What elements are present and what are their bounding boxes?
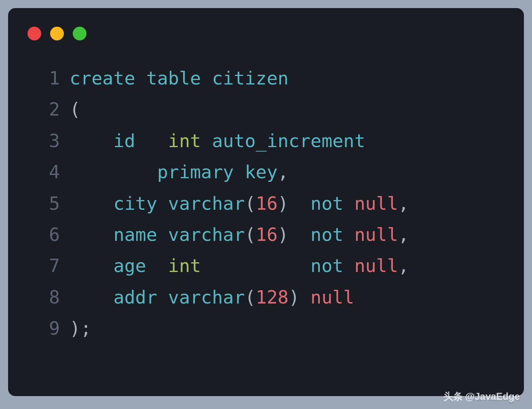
code-token bbox=[289, 193, 310, 214]
code-token: city bbox=[113, 193, 157, 214]
close-icon[interactable] bbox=[27, 27, 41, 40]
code-token bbox=[70, 255, 113, 276]
code-token: ) bbox=[70, 318, 80, 339]
line-number: 8 bbox=[40, 282, 60, 313]
line-number: 9 bbox=[40, 313, 60, 344]
code-line: 8 addr varchar(128) null bbox=[40, 282, 508, 313]
line-content: create table citizen bbox=[70, 63, 289, 94]
code-line: 1create table citizen bbox=[40, 63, 508, 94]
code-token: 16 bbox=[256, 193, 278, 214]
code-token: auto_increment bbox=[212, 130, 365, 152]
code-token bbox=[146, 255, 168, 276]
code-token bbox=[234, 161, 245, 183]
code-token: null bbox=[354, 255, 398, 276]
code-token: not bbox=[310, 224, 343, 245]
code-token: id bbox=[113, 130, 135, 152]
code-token bbox=[135, 67, 146, 89]
line-content: addr varchar(128) null bbox=[70, 282, 354, 313]
code-token bbox=[201, 67, 212, 89]
code-token bbox=[157, 287, 168, 308]
code-token: table bbox=[146, 67, 201, 89]
watermark: 头条 @JavaEdge bbox=[443, 390, 520, 396]
code-token bbox=[289, 224, 310, 245]
line-content: city varchar(16) not null, bbox=[70, 188, 409, 219]
code-token: , bbox=[398, 224, 409, 245]
line-number: 4 bbox=[40, 156, 60, 188]
line-content: id int auto_increment bbox=[70, 125, 365, 156]
code-token bbox=[135, 130, 168, 152]
code-token: null bbox=[310, 287, 354, 308]
code-token bbox=[343, 224, 354, 245]
code-token bbox=[343, 193, 354, 214]
code-token: varchar bbox=[168, 224, 245, 245]
code-token: ( bbox=[245, 193, 256, 214]
code-token: varchar bbox=[168, 193, 245, 214]
code-token: int bbox=[168, 130, 201, 152]
code-token: ) bbox=[278, 193, 289, 214]
code-token bbox=[157, 224, 168, 245]
code-token bbox=[70, 287, 113, 308]
code-token: , bbox=[278, 161, 289, 183]
code-token: int bbox=[168, 255, 201, 276]
code-token bbox=[70, 161, 157, 183]
code-token: primary bbox=[157, 161, 234, 183]
code-token bbox=[300, 287, 310, 308]
maximize-icon[interactable] bbox=[73, 27, 87, 40]
code-token bbox=[70, 193, 113, 214]
code-token bbox=[157, 193, 168, 214]
code-token: , bbox=[398, 193, 409, 214]
terminal-window: 1create table citizen2(3 id int auto_inc… bbox=[8, 8, 524, 396]
code-block: 1create table citizen2(3 id int auto_inc… bbox=[24, 63, 508, 344]
code-token bbox=[201, 130, 212, 152]
code-token bbox=[70, 224, 113, 245]
code-token bbox=[70, 130, 113, 152]
code-token: addr bbox=[113, 287, 157, 308]
code-token: ; bbox=[80, 318, 91, 339]
line-content: ); bbox=[70, 313, 91, 344]
code-token: varchar bbox=[168, 287, 245, 308]
line-content: name varchar(16) not null, bbox=[70, 219, 409, 250]
code-token: key bbox=[245, 161, 278, 183]
traffic-lights bbox=[24, 19, 508, 63]
code-token: ) bbox=[289, 287, 300, 308]
line-number: 5 bbox=[40, 188, 60, 219]
code-token: name bbox=[113, 224, 157, 245]
code-token: null bbox=[354, 224, 398, 245]
code-line: 4 primary key, bbox=[40, 156, 508, 188]
line-number: 7 bbox=[40, 250, 60, 281]
code-token: 16 bbox=[256, 224, 278, 245]
watermark-handle: @JavaEdge bbox=[465, 391, 520, 396]
code-token: ( bbox=[70, 99, 80, 120]
code-line: 2( bbox=[40, 94, 508, 125]
code-token: not bbox=[310, 193, 343, 214]
minimize-icon[interactable] bbox=[50, 27, 64, 40]
line-number: 6 bbox=[40, 219, 60, 250]
code-token: ( bbox=[245, 224, 256, 245]
code-token: , bbox=[398, 255, 409, 276]
watermark-brand: 头条 bbox=[443, 390, 463, 396]
code-token: citizen bbox=[212, 67, 289, 89]
line-number: 3 bbox=[40, 125, 60, 156]
code-token: create bbox=[70, 67, 135, 89]
code-line: 3 id int auto_increment bbox=[40, 125, 508, 156]
code-token bbox=[201, 255, 310, 276]
code-token: 128 bbox=[256, 287, 289, 308]
line-number: 2 bbox=[40, 94, 60, 125]
line-number: 1 bbox=[40, 63, 60, 94]
code-token: null bbox=[354, 193, 398, 214]
code-line: 6 name varchar(16) not null, bbox=[40, 219, 508, 250]
code-token: ( bbox=[245, 287, 256, 308]
code-token: ) bbox=[278, 224, 289, 245]
line-content: primary key, bbox=[70, 156, 289, 188]
line-content: age int not null, bbox=[70, 250, 409, 281]
code-token: not bbox=[310, 255, 343, 276]
code-line: 9); bbox=[40, 313, 508, 344]
code-line: 7 age int not null, bbox=[40, 250, 508, 281]
code-token: age bbox=[113, 255, 146, 276]
line-content: ( bbox=[70, 94, 80, 125]
code-line: 5 city varchar(16) not null, bbox=[40, 188, 508, 219]
code-token bbox=[343, 255, 354, 276]
